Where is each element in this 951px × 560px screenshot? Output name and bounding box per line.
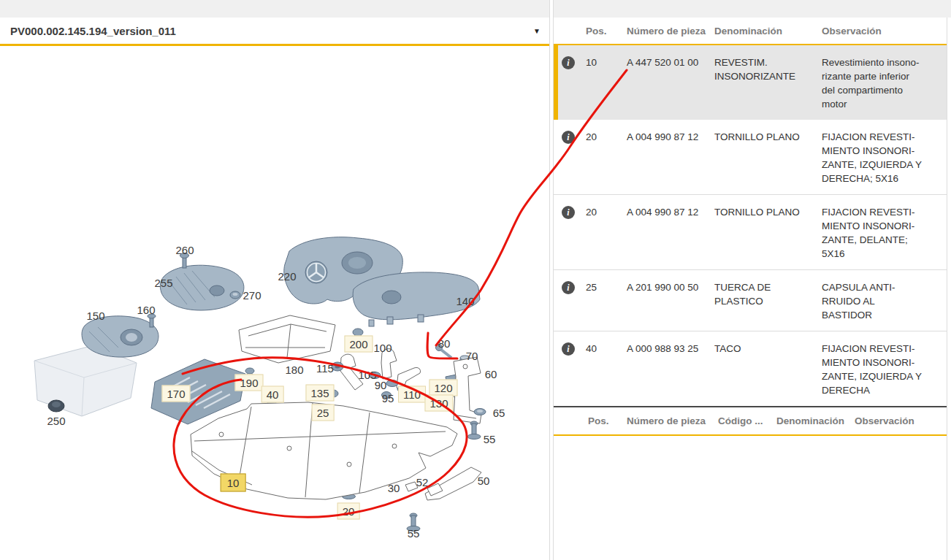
- part-callout-55: 55: [481, 431, 499, 447]
- row-observation: CAPSULA ANTI- RRUIDO AL BASTIDOR: [822, 280, 947, 322]
- table-row[interactable]: i 10 A 447 520 01 00 REVESTIM. INSONORIZ…: [554, 45, 947, 120]
- part-callout-40[interactable]: 40: [261, 386, 284, 403]
- row-part-number: A 201 990 00 50: [627, 280, 714, 322]
- info-icon[interactable]: i: [562, 281, 575, 294]
- part-callout-10[interactable]: 10: [221, 474, 246, 492]
- part-callout-20[interactable]: 20: [337, 503, 360, 520]
- column-header: Observación: [822, 26, 947, 37]
- row-part-number: A 004 990 87 12: [627, 205, 714, 261]
- part-callout-270: 270: [240, 288, 264, 303]
- row-denomination: TUERCA DE PLASTICO: [714, 280, 822, 322]
- part-callout-255: 255: [151, 275, 175, 291]
- part-callout-140: 140: [453, 294, 477, 309]
- table-row[interactable]: i 20 A 004 990 87 12 TORNILLO PLANO FIJA…: [554, 120, 947, 195]
- parts-illustration: [0, 18, 549, 560]
- column-header: Denominación: [776, 415, 855, 426]
- part-callout-130[interactable]: 130: [424, 395, 453, 412]
- part-callout-200[interactable]: 200: [344, 336, 373, 353]
- part-callout-160: 160: [134, 302, 158, 318]
- part-callout-70: 70: [463, 348, 481, 364]
- part-callout-150: 150: [83, 308, 107, 323]
- row-denomination: TORNILLO PLANO: [714, 130, 822, 185]
- row-part-number: A 447 520 01 00: [627, 55, 714, 111]
- row-denomination: TORNILLO PLANO: [714, 205, 822, 261]
- parts-table-header: Pos.Número de piezaDenominaciónObservaci…: [554, 18, 947, 44]
- column-header: Número de pieza: [627, 26, 714, 37]
- row-pos: 20: [586, 205, 627, 261]
- part-callout-100: 100: [370, 340, 394, 356]
- drawing-panel: PV000.002.145.194_version_011 ▼: [0, 18, 549, 560]
- part-callout-180: 180: [282, 362, 306, 377]
- column-header: Denominación: [714, 26, 822, 37]
- part-callout-250: 250: [44, 413, 68, 429]
- secondary-table-header: Pos.Número de piezaCódigo ...Denominació…: [554, 406, 947, 434]
- top-bar: [0, 0, 951, 18]
- row-observation: FIJACION REVESTI- MIENTO INSONORI- ZANTE…: [822, 130, 947, 185]
- row-pos: 20: [586, 130, 627, 185]
- info-icon[interactable]: i: [562, 56, 575, 69]
- gold-divider: [554, 434, 947, 436]
- info-icon[interactable]: i: [562, 206, 575, 219]
- part-callout-110[interactable]: 110: [398, 386, 426, 403]
- row-observation: FIJACION REVESTI- MIENTO INSONORI- ZANTE…: [822, 205, 947, 261]
- column-header: Observación: [855, 415, 947, 426]
- part-callout-60: 60: [482, 367, 500, 382]
- column-header: Pos.: [586, 26, 627, 37]
- part-callout-52: 52: [413, 475, 432, 490]
- part-callout-55: 55: [405, 526, 423, 541]
- part-callout-65: 65: [490, 405, 508, 421]
- column-header: Número de pieza: [627, 415, 718, 426]
- part-callout-30: 30: [385, 480, 403, 496]
- row-observation: Revestimiento insono- rizante parte infe…: [822, 55, 947, 111]
- part-callout-95: 95: [379, 391, 397, 406]
- part-callout-115: 115: [313, 361, 337, 376]
- row-denomination: REVESTIM. INSONORIZANTE: [714, 55, 822, 111]
- row-part-number: A 000 988 93 25: [627, 342, 714, 397]
- row-part-number: A 004 990 87 12: [627, 130, 714, 185]
- exploded-parts-diagram[interactable]: 2602552702201401501602001001801151059095…: [0, 64, 549, 560]
- parts-catalog-app: PV000.002.145.194_version_011 ▼: [0, 0, 951, 560]
- table-row[interactable]: i 40 A 000 988 93 25 TACO FIJACION REVES…: [554, 331, 947, 406]
- part-callout-135[interactable]: 135: [305, 385, 334, 402]
- parts-table-body: i 10 A 447 520 01 00 REVESTIM. INSONORIZ…: [554, 45, 947, 406]
- part-callout-190[interactable]: 190: [234, 375, 263, 391]
- row-denomination: TACO: [714, 342, 822, 397]
- part-callout-25[interactable]: 25: [312, 404, 335, 421]
- info-icon[interactable]: i: [562, 131, 575, 144]
- row-pos: 10: [586, 55, 627, 111]
- row-pos: 25: [586, 280, 627, 322]
- column-header: Código ...: [718, 415, 776, 426]
- table-row[interactable]: i 25 A 201 990 00 50 TUERCA DE PLASTICO …: [554, 270, 947, 331]
- part-callout-170[interactable]: 170: [161, 386, 190, 402]
- row-pos: 40: [586, 342, 627, 397]
- table-row[interactable]: i 20 A 004 990 87 12 TORNILLO PLANO FIJA…: [554, 195, 947, 270]
- row-observation: FIJACION REVESTI- MIENTO INSONORI- ZANTE…: [822, 342, 947, 397]
- part-callout-120[interactable]: 120: [429, 380, 457, 396]
- info-icon[interactable]: i: [562, 342, 575, 356]
- part-callout-220: 220: [275, 269, 299, 284]
- part-callout-260: 260: [172, 242, 196, 258]
- parts-list-panel: Pos.Número de piezaDenominaciónObservaci…: [554, 18, 947, 560]
- column-header: Pos.: [588, 415, 627, 426]
- part-callout-80: 80: [435, 336, 454, 351]
- part-callout-50: 50: [475, 473, 493, 488]
